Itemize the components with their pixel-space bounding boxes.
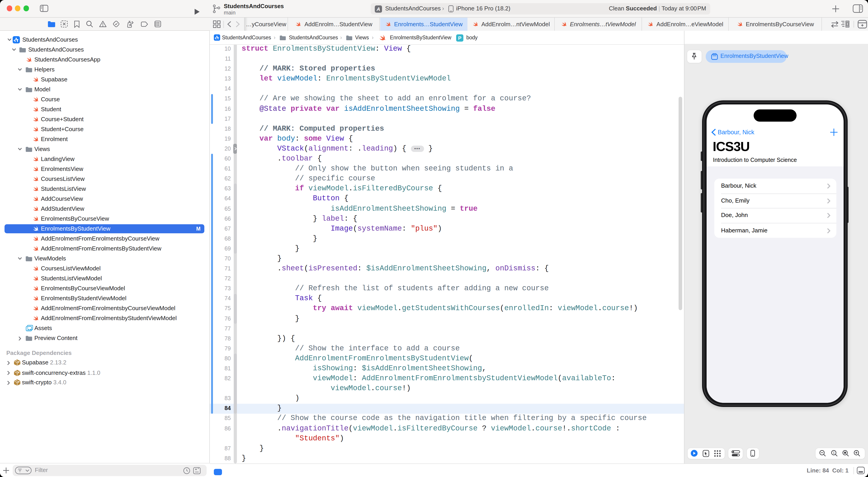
svg-text:1: 1: [833, 451, 834, 455]
svg-text:P: P: [458, 35, 461, 41]
svg-text:A: A: [376, 6, 380, 12]
